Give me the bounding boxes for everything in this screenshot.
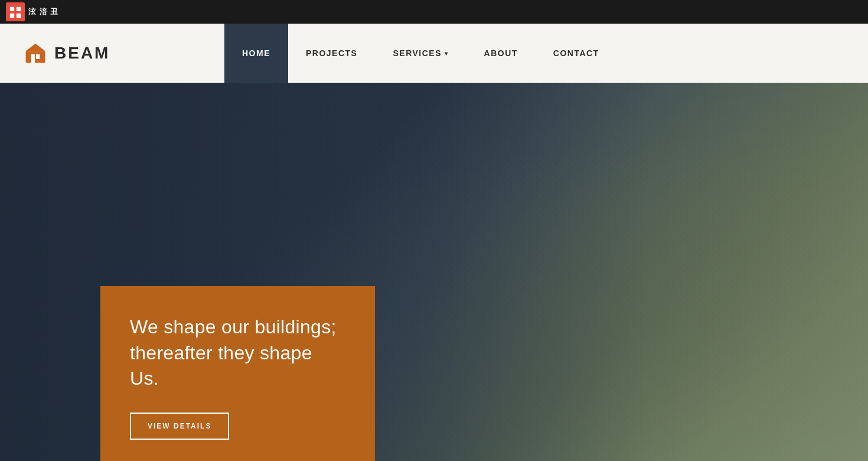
nav-contact[interactable]: CONTACT bbox=[536, 24, 617, 83]
view-details-button[interactable]: VIEW DETAILS bbox=[130, 413, 229, 440]
svg-rect-7 bbox=[36, 54, 40, 59]
hero-card: We shape our buildings; thereafter they … bbox=[100, 286, 375, 461]
logo-text: BEAM bbox=[54, 44, 110, 63]
main-nav: HOME PROJECTS SERVICES ▾ ABOUT CONTACT bbox=[224, 24, 868, 83]
svg-rect-1 bbox=[17, 7, 21, 11]
banner-text: 泫 涪 丑 bbox=[28, 7, 58, 17]
banner-logo: 泫 涪 丑 bbox=[6, 2, 58, 21]
svg-rect-4 bbox=[26, 51, 45, 63]
svg-rect-0 bbox=[10, 7, 14, 11]
banner-icon bbox=[6, 2, 25, 21]
hero-section: We shape our buildings; thereafter they … bbox=[0, 83, 868, 461]
chevron-down-icon: ▾ bbox=[445, 50, 449, 57]
nav-home[interactable]: HOME bbox=[224, 24, 288, 83]
home-icon bbox=[24, 41, 47, 65]
logo-area: BEAM bbox=[0, 41, 224, 65]
nav-services[interactable]: SERVICES ▾ bbox=[375, 24, 466, 83]
site-header: BEAM HOME PROJECTS SERVICES ▾ ABOUT CONT… bbox=[0, 24, 868, 83]
nav-about[interactable]: ABOUT bbox=[466, 24, 536, 83]
top-banner: 泫 涪 丑 bbox=[0, 0, 868, 24]
svg-rect-6 bbox=[31, 54, 35, 63]
svg-rect-3 bbox=[17, 14, 21, 18]
svg-rect-2 bbox=[10, 14, 14, 18]
hero-headline: We shape our buildings; thereafter they … bbox=[130, 314, 345, 391]
svg-marker-5 bbox=[26, 44, 45, 51]
nav-projects[interactable]: PROJECTS bbox=[288, 24, 375, 83]
